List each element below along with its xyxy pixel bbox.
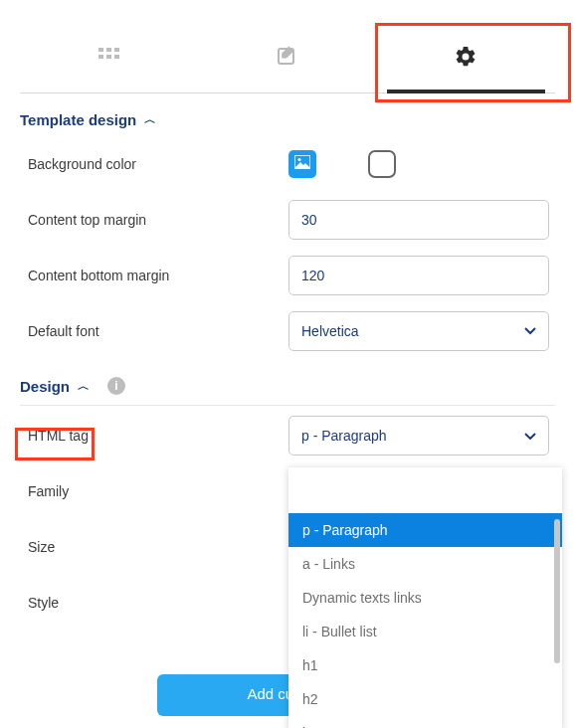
input-content-bottom-margin[interactable]: 120 [288,256,549,295]
svg-rect-2 [114,48,119,52]
row-content-bottom-margin: Content bottom margin 120 [20,248,555,303]
select-default-font[interactable]: Helvetica [288,311,549,351]
row-default-font: Default font Helvetica [20,303,555,359]
dropdown-item-p[interactable]: p - Paragraph [288,513,562,547]
section-template-design[interactable]: Template design ︿ [20,93,555,136]
background-color-empty-swatch[interactable] [368,150,396,178]
label-style: Style [20,595,288,611]
row-html-tag: HTML tag p - Paragraph [20,408,555,463]
divider [20,405,555,406]
svg-point-8 [298,158,301,161]
value-html-tag: p - Paragraph [301,428,387,444]
dropdown-html-tag: p - Paragraph a - Links Dynamic texts li… [288,466,562,728]
svg-rect-4 [106,55,111,59]
dropdown-search [288,467,562,513]
row-background-color: Background color [20,136,555,192]
dropdown-item-li[interactable]: li - Bullet list [288,615,562,648]
dropdown-item-h2[interactable]: h2 [288,682,562,716]
value-default-font: Helvetica [301,323,359,339]
label-content-bottom-margin: Content bottom margin [20,268,288,283]
svg-rect-1 [106,48,111,52]
image-icon [294,155,310,173]
caret-down-icon [524,327,536,335]
label-background-color: Background color [20,156,288,172]
section-design[interactable]: Design ︿ i [20,359,555,403]
edit-icon [277,46,298,72]
chevron-up-icon: ︿ [78,378,90,395]
label-content-top-margin: Content top margin [20,212,288,228]
label-default-font: Default font [20,323,288,339]
svg-rect-3 [98,55,103,59]
tab-edit[interactable] [198,24,376,92]
caret-up-icon [524,432,536,440]
section-title: Template design [20,111,136,128]
dropdown-scrollbar[interactable] [554,519,560,663]
info-icon[interactable]: i [107,377,125,395]
dropdown-item-h1[interactable]: h1 [288,648,562,682]
tab-bar [20,24,555,93]
dropdown-item-a[interactable]: a - Links [288,547,562,581]
select-html-tag[interactable]: p - Paragraph [288,416,549,455]
dropdown-item-dynamic[interactable]: Dynamic texts links [288,581,562,615]
row-content-top-margin: Content top margin 30 [20,192,555,248]
dropdown-item-h3[interactable]: h3 [288,716,562,728]
svg-rect-5 [114,55,119,59]
tab-settings[interactable] [377,24,555,92]
input-content-top-margin[interactable]: 30 [288,200,549,240]
label-size: Size [20,539,288,555]
label-html-tag: HTML tag [20,428,288,444]
value-content-top-margin: 30 [301,212,317,228]
dropdown-list: p - Paragraph a - Links Dynamic texts li… [288,513,562,728]
background-color-image-swatch[interactable] [288,150,316,178]
grid-icon [98,48,120,70]
value-content-bottom-margin: 120 [301,268,324,283]
tab-grid[interactable] [20,24,198,92]
section-title-design: Design [20,378,70,395]
chevron-up-icon: ︿ [144,111,156,128]
dropdown-search-input[interactable] [298,482,552,498]
gear-icon [454,45,478,73]
svg-rect-0 [98,48,103,52]
label-family: Family [20,483,288,499]
